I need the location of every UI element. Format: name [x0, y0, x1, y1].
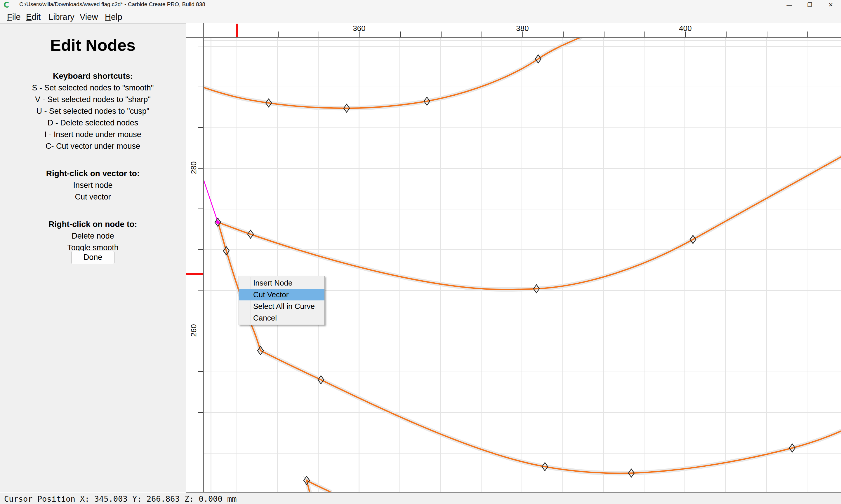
title-bar: C C:/Users/willa/Downloads/waved flag.c2…: [0, 0, 841, 10]
vector-context-menu: Insert NodeCut VectorSelect All in Curve…: [239, 276, 325, 325]
ruler-tick: [198, 168, 204, 168]
context-menu-item-label: Select All in Curve: [253, 301, 315, 312]
ruler-tick: [563, 32, 564, 37]
context-menu-item-insert-node[interactable]: Insert Node: [239, 277, 324, 289]
panel-section-heading: Right-click on vector to:: [0, 169, 186, 178]
curve-halo-stripe-bottom[interactable]: [218, 222, 841, 473]
ruler-tick: [645, 32, 645, 37]
ruler-tick: [482, 32, 482, 37]
cursor-position-readout: Cursor Position X: 345.003 Y: 266.863 Z:…: [4, 494, 237, 503]
context-menu-item-cut-vector[interactable]: Cut Vector: [239, 289, 324, 301]
menu-library[interactable]: Library: [47, 12, 76, 22]
ruler-tick: [198, 127, 204, 128]
ruler-tick: [198, 331, 204, 331]
ruler-tick: [807, 32, 808, 37]
panel-help-line: S - Set selected nodes to "smooth": [0, 82, 186, 94]
panel-help-line: V - Set selected nodes to "sharp": [0, 94, 186, 105]
panel-help-line: Delete node: [0, 230, 186, 242]
ruler-tick: [767, 32, 768, 37]
panel-help-line: U - Set selected nodes to "cusp": [0, 105, 186, 117]
selected-segment[interactable]: [204, 177, 218, 222]
status-bar: Cursor Position X: 345.003 Y: 266.863 Z:…: [0, 493, 841, 504]
ruler-tick: [198, 453, 204, 453]
ruler-tick: [400, 32, 401, 37]
menu-view[interactable]: View: [78, 12, 100, 22]
ruler-label: 280: [189, 161, 198, 174]
curve-halo-stripe-top[interactable]: [204, 38, 581, 108]
curve-stripe-top[interactable]: [204, 38, 581, 108]
ruler-tick: [198, 371, 204, 372]
ruler-tick: [198, 87, 204, 87]
window-title: C:/Users/willa/Downloads/waved flag.c2d*…: [19, 1, 205, 7]
edit-nodes-panel: Edit Nodes Keyboard shortcuts:S - Set se…: [0, 24, 186, 492]
ruler-tick: [198, 290, 204, 290]
context-menu-item-label: Cancel: [253, 312, 277, 324]
menu-help[interactable]: Help: [103, 12, 124, 22]
cursor-position-marker: [236, 24, 238, 37]
context-menu-item-label: Insert Node: [253, 277, 292, 289]
ruler-label: 260: [189, 324, 198, 337]
app-logo-icon: C: [3, 1, 11, 8]
panel-help-line: C- Cut vector under mouse: [0, 140, 186, 152]
ruler-tick: [604, 32, 604, 37]
ruler-tick: [441, 32, 442, 37]
ruler-tick: [278, 32, 279, 37]
menu-edit[interactable]: Edit: [24, 12, 42, 22]
cursor-position-marker: [186, 273, 204, 275]
minimize-button[interactable]: —: [779, 0, 800, 10]
panel-section-heading: Keyboard shortcuts:: [0, 71, 186, 81]
panel-help-line: Insert node: [0, 179, 186, 191]
context-menu-item-label: Cut Vector: [253, 289, 289, 301]
ruler-tick: [198, 249, 204, 250]
menu-bar: FileEditLibraryViewHelp: [0, 10, 841, 24]
panel-section-heading: Right-click on node to:: [0, 220, 186, 229]
horizontal-ruler: 360380400: [204, 23, 841, 38]
ruler-label: 400: [679, 24, 691, 33]
ruler-tick: [319, 32, 319, 37]
ruler-tick: [198, 412, 204, 413]
ruler-corner: [186, 23, 204, 38]
context-menu-item-cancel[interactable]: Cancel: [239, 312, 324, 324]
vector-artwork: [204, 38, 841, 492]
ruler-tick: [726, 32, 726, 37]
ruler-tick: [198, 209, 204, 209]
close-button[interactable]: ✕: [821, 0, 841, 10]
panel-help-line: Cut vector: [0, 191, 186, 203]
context-menu-item-select-all-in-curve[interactable]: Select All in Curve: [239, 301, 324, 312]
maximize-button[interactable]: ❐: [800, 0, 820, 10]
vertical-ruler: 280260: [186, 38, 204, 493]
panel-help-line: D - Delete selected nodes: [0, 117, 186, 129]
menu-file[interactable]: File: [5, 12, 22, 22]
page-title: Edit Nodes: [0, 36, 186, 55]
ruler-tick: [198, 46, 204, 47]
done-button[interactable]: Done: [71, 251, 115, 264]
curve-stripe-middle[interactable]: [218, 157, 841, 289]
panel-help-line: I - Insert node under mouse: [0, 129, 186, 140]
curve-halo-stripe-middle[interactable]: [218, 157, 841, 289]
ruler-label: 360: [353, 24, 365, 33]
curve-stripe-bottom[interactable]: [218, 222, 841, 473]
selected-node-dot: [216, 220, 220, 224]
ruler-label: 380: [516, 24, 529, 33]
